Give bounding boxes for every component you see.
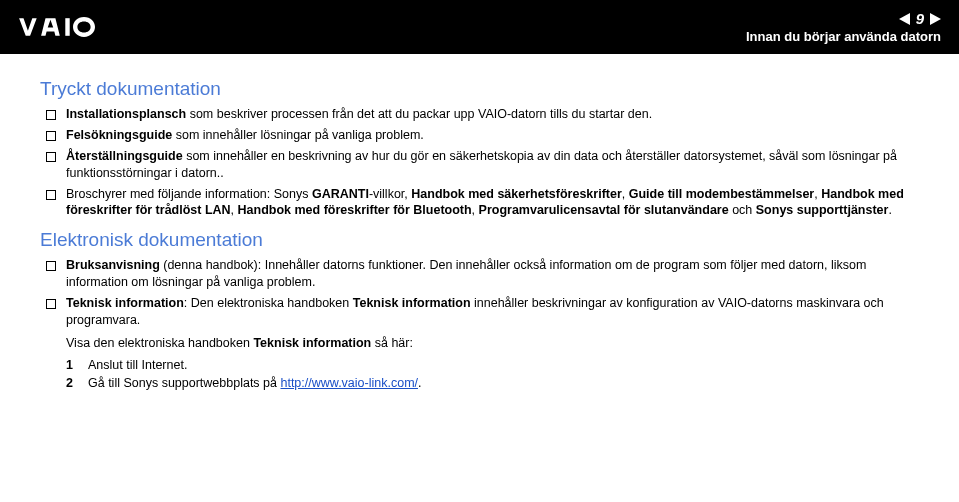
sub-text: Visa den elektroniska handboken Teknisk … — [66, 335, 919, 352]
term: Installationsplansch — [66, 107, 186, 121]
text: , — [231, 203, 238, 217]
text: som innehåller lösningar på vanliga prob… — [172, 128, 424, 142]
text: . — [888, 203, 891, 217]
page-content: Tryckt dokumentation Installationsplansc… — [0, 54, 959, 407]
electronic-docs-list: Bruksanvisning (denna handbok): Innehåll… — [40, 257, 919, 393]
heading-electronic-docs: Elektronisk dokumentation — [40, 229, 919, 251]
text: och — [729, 203, 756, 217]
page-number: 9 — [916, 10, 924, 27]
term: Teknisk information — [66, 296, 184, 310]
term: Programvarulicensavtal för slutanvändare — [479, 203, 729, 217]
text: . — [418, 376, 421, 390]
list-item: Teknisk information: Den elektroniska ha… — [66, 295, 919, 393]
header-right: 9 Innan du börjar använda datorn — [746, 10, 941, 44]
step-item: Gå till Sonys supportwebbplats på http:/… — [66, 374, 919, 393]
text: så här: — [371, 336, 413, 350]
next-page-arrow[interactable] — [930, 13, 941, 25]
term: Bruksanvisning — [66, 258, 160, 272]
term: Handbok med säkerhetsföreskrifter — [411, 187, 622, 201]
text: Broschyrer med följande information: Son… — [66, 187, 312, 201]
vaio-logo — [18, 16, 128, 38]
term: Återställningsguide — [66, 149, 183, 163]
term: GARANTI — [312, 187, 369, 201]
text: (denna handbok): Innehåller datorns funk… — [66, 258, 866, 289]
prev-page-arrow[interactable] — [899, 13, 910, 25]
text: Visa den elektroniska handboken — [66, 336, 253, 350]
term: Handbok med föreskrifter för Bluetooth — [238, 203, 472, 217]
text: , — [622, 187, 629, 201]
heading-printed-docs: Tryckt dokumentation — [40, 78, 919, 100]
text: -villkor, — [369, 187, 411, 201]
text: som innehåller en beskrivning av hur du … — [66, 149, 897, 180]
svg-rect-0 — [65, 18, 69, 36]
text: Gå till Sonys supportwebbplats på — [88, 376, 280, 390]
term: Sonys supporttjänster — [756, 203, 889, 217]
step-item: Anslut till Internet. — [66, 356, 919, 375]
section-label: Innan du börjar använda datorn — [746, 29, 941, 44]
header-bar: 9 Innan du börjar använda datorn — [0, 0, 959, 54]
term: Teknisk information — [353, 296, 471, 310]
list-item: Installationsplansch som beskriver proce… — [66, 106, 919, 123]
text: , — [472, 203, 479, 217]
list-item: Felsökningsguide som innehåller lösninga… — [66, 127, 919, 144]
text: Anslut till Internet. — [88, 358, 187, 372]
term: Teknisk information — [253, 336, 371, 350]
text: som beskriver processen från det att du … — [186, 107, 652, 121]
term: Felsökningsguide — [66, 128, 172, 142]
steps-list: Anslut till Internet. Gå till Sonys supp… — [66, 356, 919, 394]
support-link[interactable]: http://www.vaio-link.com/ — [280, 376, 418, 390]
list-item: Broschyrer med följande information: Son… — [66, 186, 919, 220]
text: : Den elektroniska handboken — [184, 296, 353, 310]
list-item: Återställningsguide som innehåller en be… — [66, 148, 919, 182]
term: Guide till modembestämmelser — [629, 187, 814, 201]
list-item: Bruksanvisning (denna handbok): Innehåll… — [66, 257, 919, 291]
printed-docs-list: Installationsplansch som beskriver proce… — [40, 106, 919, 219]
